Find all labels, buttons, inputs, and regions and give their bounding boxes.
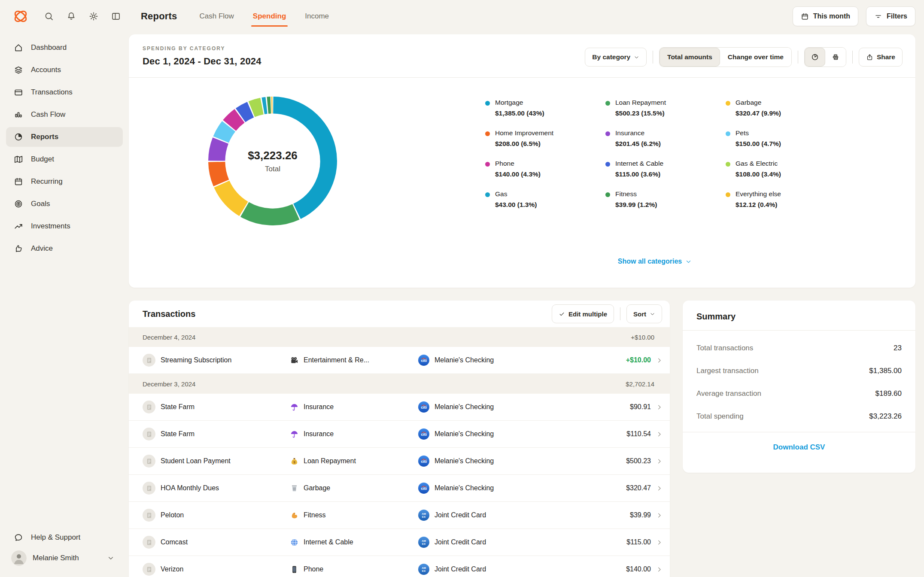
chevron-right-icon[interactable]: [656, 458, 663, 465]
sidebar-item-transactions[interactable]: Transactions: [6, 82, 123, 102]
tab-cash-flow[interactable]: Cash Flow: [200, 0, 234, 33]
legend-color-dot: [485, 131, 490, 136]
download-csv-link[interactable]: Download CSV: [683, 432, 915, 462]
moneybag-icon: $: [290, 457, 298, 465]
legend-item-gas[interactable]: Gas $43.00 (1.3%): [485, 190, 605, 209]
filters-button[interactable]: Filters: [866, 6, 915, 26]
date-range-button[interactable]: This month: [793, 6, 858, 26]
bar-chart-toggle[interactable]: [825, 48, 846, 67]
legend-item-loan-repayment[interactable]: Loan Repayment $500.23 (15.5%): [605, 99, 726, 117]
umbrella-icon: [290, 430, 298, 438]
sidebar-item-dashboard[interactable]: Dashboard: [6, 38, 123, 58]
sidebar-item-help-support[interactable]: Help & Support: [6, 528, 123, 547]
share-button[interactable]: Share: [859, 48, 903, 67]
edit-multiple-button[interactable]: Edit multiple: [552, 304, 614, 323]
divider: [798, 51, 798, 64]
sidebar-item-investments[interactable]: Investments: [6, 216, 123, 236]
sort-button[interactable]: Sort: [626, 304, 662, 323]
donut-slice-gas[interactable]: Gas $43.00 (1.3%): [263, 105, 267, 106]
chevron-right-icon[interactable]: [656, 431, 663, 437]
donut-slice-home-improvement[interactable]: Home Improvement $208.00 (6.5%): [217, 162, 221, 183]
donut-slice-internet-cable[interactable]: Internet & Cable $115.00 (3.6%): [240, 109, 250, 115]
sidebar-item-recurring[interactable]: Recurring: [6, 172, 123, 191]
legend-item-internet-cable[interactable]: Internet & Cable $115.00 (3.6%): [605, 160, 726, 178]
sidebar-item-reports[interactable]: Reports: [6, 127, 123, 147]
transaction-amount: $140.00: [599, 565, 651, 573]
chevron-right-icon[interactable]: [656, 485, 663, 492]
target-icon: [14, 199, 23, 209]
thumb-icon: [14, 244, 23, 253]
view-total-amounts[interactable]: Total amounts: [660, 48, 720, 67]
group-by-dropdown[interactable]: By category: [585, 48, 647, 67]
donut-slice-loan-repayment[interactable]: Loan Repayment $500.23 (15.5%): [245, 210, 296, 217]
chevron-right-icon[interactable]: [656, 512, 663, 519]
pie-icon: [14, 132, 23, 142]
chevron-down-icon: [107, 555, 114, 562]
chevron-right-icon[interactable]: [656, 539, 663, 546]
biceps-icon: [290, 511, 298, 519]
notifications-bell-icon[interactable]: [66, 11, 76, 21]
tab-spending[interactable]: Spending: [253, 0, 286, 33]
settings-gear-icon[interactable]: [88, 11, 99, 21]
donut-slice-gas-electric[interactable]: Gas & Electric $108.00 (3.4%): [252, 106, 262, 109]
transaction-row[interactable]: Streaming Subscription Entertainment & R…: [129, 347, 670, 374]
donut-slice-garbage[interactable]: Garbage $320.47 (9.9%): [222, 184, 243, 209]
sidebar-item-advice[interactable]: Advice: [6, 239, 123, 258]
transaction-row[interactable]: State Farm Insurance citi Melanie's Chec…: [129, 394, 670, 421]
donut-slice-pets[interactable]: Pets $150.00 (4.7%): [221, 126, 229, 140]
bars-icon: [14, 110, 23, 119]
search-icon[interactable]: [44, 11, 54, 21]
legend-item-phone[interactable]: Phone $140.00 (4.3%): [485, 160, 605, 178]
view-mode-segmented-control: Total amounts Change over time: [659, 47, 792, 67]
transaction-row[interactable]: State Farm Insurance citi Melanie's Chec…: [129, 421, 670, 448]
transaction-row[interactable]: HOA Monthly Dues Garbage citi Melanie's …: [129, 475, 670, 502]
transaction-amount: $500.23: [599, 457, 651, 465]
filter-icon: [874, 12, 882, 21]
tab-income[interactable]: Income: [305, 0, 329, 33]
donut-slice-mortgage[interactable]: Mortgage $1,385.00 (43%): [273, 105, 328, 212]
legend-item-insurance[interactable]: Insurance $201.45 (6.2%): [605, 129, 726, 148]
receipt-icon: [143, 536, 155, 549]
transaction-row[interactable]: Peloton Fitness AMEX Joint Credit Card $…: [129, 502, 670, 529]
svg-text:citi: citi: [421, 432, 427, 437]
show-all-categories-link[interactable]: Show all categories: [603, 258, 706, 265]
sidebar-item-cash-flow[interactable]: Cash Flow: [6, 105, 123, 125]
monarch-logo-icon[interactable]: [11, 7, 30, 26]
avatar: [11, 550, 27, 566]
divider: [653, 51, 653, 64]
legend-item-mortgage[interactable]: Mortgage $1,385.00 (43%): [485, 99, 605, 117]
chevron-right-icon[interactable]: [656, 566, 663, 573]
sidebar-toggle-icon[interactable]: [111, 11, 121, 21]
user-menu[interactable]: Melanie Smith: [6, 547, 123, 569]
sidebar-item-budget[interactable]: Budget: [6, 149, 123, 169]
legend-item-gas-electric[interactable]: Gas & Electric $108.00 (3.4%): [726, 160, 846, 178]
legend-color-dot: [726, 131, 730, 136]
view-change-over-time[interactable]: Change over time: [720, 48, 791, 67]
layers-icon: [14, 65, 23, 75]
legend-item-home-improvement[interactable]: Home Improvement $208.00 (6.5%): [485, 129, 605, 148]
transactions-title: Transactions: [143, 309, 195, 319]
legend-item-garbage[interactable]: Garbage $320.47 (9.9%): [726, 99, 846, 117]
umbrella-icon: [290, 403, 298, 411]
divider: [129, 77, 915, 78]
sidebar-item-goals[interactable]: Goals: [6, 194, 123, 214]
transaction-row[interactable]: Comcast Internet & Cable AMEX Joint Cred…: [129, 529, 670, 556]
legend-item-everything-else[interactable]: Everything else $12.12 (0.4%): [726, 190, 846, 209]
chart-legend: Mortgage $1,385.00 (43%) Loan Repayment …: [485, 99, 846, 209]
receipt-icon: [143, 509, 155, 522]
transaction-date-group: December 4, 2024 +$10.00: [129, 327, 670, 347]
legend-color-dot: [726, 162, 730, 167]
chevron-right-icon[interactable]: [656, 404, 663, 410]
legend-item-fitness[interactable]: Fitness $39.99 (1.2%): [605, 190, 726, 209]
donut-slice-insurance[interactable]: Insurance $201.45 (6.2%): [217, 141, 221, 161]
pie-chart-toggle[interactable]: [805, 48, 825, 67]
transaction-row[interactable]: Verizon Phone AMEX Joint Credit Card $14…: [129, 556, 670, 577]
donut-slice-phone[interactable]: Phone $140.00 (4.3%): [229, 116, 240, 125]
legend-item-pets[interactable]: Pets $150.00 (4.7%): [726, 129, 846, 148]
chevron-right-icon[interactable]: [656, 357, 663, 364]
report-date-range: Dec 1, 2024 - Dec 31, 2024: [143, 56, 261, 67]
legend-color-dot: [485, 192, 490, 197]
transaction-row[interactable]: Student Loan Payment $ Loan Repayment ci…: [129, 448, 670, 475]
sidebar-item-accounts[interactable]: Accounts: [6, 60, 123, 80]
donut-chart[interactable]: Mortgage $1,385.00 (43%)Loan Repayment $…: [208, 97, 337, 225]
